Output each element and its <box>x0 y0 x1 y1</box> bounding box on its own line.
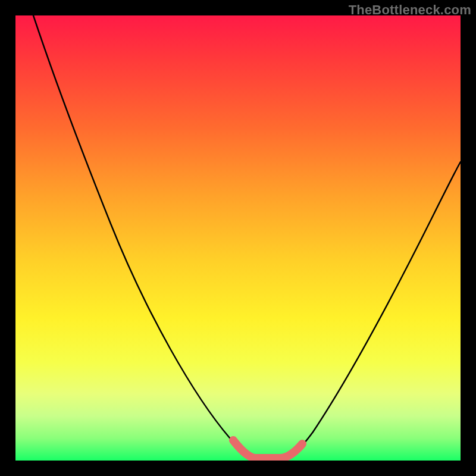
bottleneck-curve <box>33 15 461 459</box>
chart-frame: TheBottleneck.com <box>0 0 476 476</box>
bottleneck-curve-svg <box>15 15 461 461</box>
plot-area <box>15 15 461 461</box>
watermark-text: TheBottleneck.com <box>349 2 471 18</box>
bottom-highlight <box>233 440 302 458</box>
